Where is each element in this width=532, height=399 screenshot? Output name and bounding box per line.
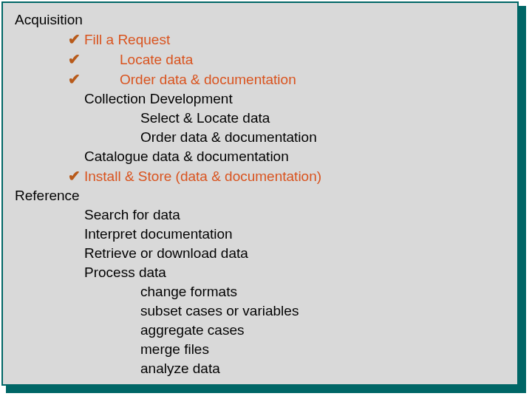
item-aggregate: aggregate cases (124, 321, 505, 340)
item-collection-dev: Collection Development (68, 89, 505, 109)
text-fill-request: Fill a Request (84, 32, 170, 47)
check-icon: ✔ (68, 50, 84, 69)
item-retrieve: Retrieve or download data (68, 244, 505, 263)
text-retrieve: Retrieve or download data (84, 245, 248, 261)
item-locate-data: ✔Locate data (68, 50, 505, 69)
item-merge: merge files (124, 340, 505, 359)
check-icon: ✔ (68, 166, 84, 185)
item-subset: subset cases or variables (124, 301, 505, 321)
text-select-locate: Select & Locate data (140, 110, 270, 126)
text-subset: subset cases or variables (140, 303, 299, 318)
text-order-data2: Order data & documentation (140, 129, 317, 145)
text-interpret: Interpret documentation (84, 226, 233, 242)
text-aggregate: aggregate cases (140, 322, 245, 338)
item-order-data: ✔Order data & documentation (68, 69, 505, 89)
text-process: Process data (84, 265, 166, 280)
text-collection-dev: Collection Development (84, 91, 233, 106)
text-analyze: analyze data (140, 361, 220, 376)
item-process: Process data (68, 263, 505, 282)
text-search-data: Search for data (84, 207, 180, 222)
check-icon: ✔ (68, 69, 84, 89)
item-catalogue: Catalogue data & documentation (68, 147, 505, 166)
text-catalogue: Catalogue data & documentation (84, 149, 289, 164)
text-locate-data: Locate data (120, 52, 193, 67)
check-icon: ✔ (68, 30, 84, 49)
heading-reference: Reference (15, 186, 505, 205)
item-analyze: analyze data (124, 359, 505, 378)
text-change-formats: change formats (140, 284, 237, 299)
item-order-data2: Order data & documentation (124, 128, 505, 147)
item-select-locate: Select & Locate data (124, 109, 505, 128)
item-change-formats: change formats (124, 282, 505, 301)
text-install-store: Install & Store (data & documentation) (84, 168, 321, 184)
item-search-data: Search for data (68, 205, 505, 225)
item-install-store: ✔Install & Store (data & documentation) (68, 166, 505, 186)
slide-panel: Acquisition ✔Fill a Request ✔Locate data… (1, 1, 519, 386)
text-order-data: Order data & documentation (120, 72, 296, 87)
text-merge: merge files (140, 341, 209, 357)
heading-acquisition: Acquisition (15, 10, 505, 30)
item-interpret: Interpret documentation (68, 225, 505, 244)
item-fill-request: ✔Fill a Request (68, 30, 505, 50)
